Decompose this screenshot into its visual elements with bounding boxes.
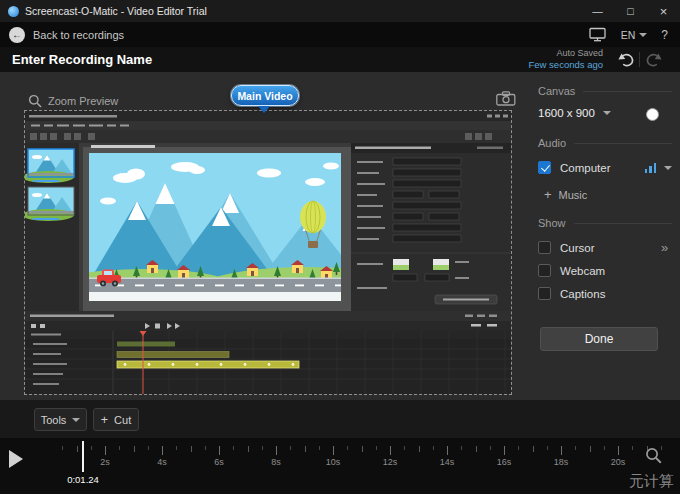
panel-expand-chevrons-icon[interactable]: » [661, 240, 667, 255]
tools-label: Tools [41, 414, 67, 426]
timeline-tick [290, 446, 291, 450]
timeline-tick [419, 446, 420, 452]
timeline-tick [148, 446, 149, 450]
timeline-tick [262, 446, 263, 450]
timeline-tick-label: 6s [214, 457, 224, 467]
computer-label: Computer [560, 162, 611, 174]
undo-button[interactable] [613, 52, 639, 67]
timeline-tick [518, 446, 519, 450]
timeline-ruler[interactable]: 2s4s6s8s10s12s14s16s18s20s [0, 438, 680, 494]
timeline-tick [476, 446, 477, 452]
chevron-down-icon [603, 111, 611, 115]
navigation-bar: ← Back to recordings EN ? [0, 22, 680, 47]
zoom-preview-button[interactable]: Zoom Preview [28, 94, 118, 108]
add-music-button[interactable]: + Music [544, 187, 587, 202]
redo-button[interactable] [640, 52, 666, 67]
watermark: 元计算 [629, 472, 674, 491]
autosave-time: Few seconds ago [529, 59, 603, 70]
chevron-down-icon[interactable] [664, 166, 672, 170]
magnifier-icon [28, 94, 42, 108]
window-title: Screencast-O-Matic - Video Editor Trial [25, 5, 207, 17]
language-selector[interactable]: EN [621, 29, 648, 41]
section-rule [574, 223, 672, 224]
canvas-size-value: 1600 x 900 [538, 107, 595, 119]
window-controls: — □ × [581, 0, 680, 22]
callout-pointer [258, 106, 270, 119]
show-cursor-row[interactable]: Cursor [538, 241, 595, 254]
computer-checkbox[interactable] [538, 161, 551, 174]
timeline-tick [134, 446, 135, 452]
chevron-down-icon [72, 418, 80, 422]
maximize-button[interactable]: □ [614, 0, 647, 22]
timeline-tick [162, 446, 163, 455]
timeline-tick [376, 446, 377, 450]
timeline-tick [547, 446, 548, 450]
main-video-label: Main Video [237, 90, 292, 102]
timeline-zoom-icon[interactable] [645, 447, 662, 464]
share-screen-icon[interactable] [589, 27, 607, 42]
timeline-tick [233, 446, 234, 450]
timeline-tick [333, 446, 334, 455]
timeline-tick-label: 4s [157, 457, 167, 467]
chevron-down-icon [639, 33, 647, 37]
timeline-tick [504, 446, 505, 455]
timeline-tick [404, 446, 405, 450]
captions-checkbox[interactable] [538, 287, 551, 300]
audio-computer-row[interactable]: Computer [538, 161, 672, 174]
tools-menu-button[interactable]: Tools [34, 408, 87, 431]
camera-icon[interactable] [496, 91, 516, 106]
timeline-tick-label: 2s [100, 457, 110, 467]
nav-right-group: EN ? [589, 27, 668, 42]
plus-icon: + [101, 413, 108, 427]
timeline-tick [490, 446, 491, 450]
show-captions-row[interactable]: Captions [538, 287, 605, 300]
canvas-size-dropdown[interactable]: 1600 x 900 [538, 107, 611, 119]
cursor-label: Cursor [560, 242, 595, 254]
close-button[interactable]: × [647, 0, 680, 22]
app-logo-icon [8, 6, 19, 17]
timeline[interactable]: 2s4s6s8s10s12s14s16s18s20s 0:01.24 [0, 438, 680, 494]
timeline-tick [590, 446, 591, 452]
timeline-tick [305, 446, 306, 452]
language-label: EN [621, 29, 636, 41]
autosave-label: Auto Saved [529, 48, 603, 59]
main-video-callout: Main Video [231, 85, 299, 106]
section-rule [574, 143, 672, 144]
timeline-tick [347, 446, 348, 450]
playhead-time: 0:01.24 [67, 474, 99, 485]
back-button[interactable]: ← Back to recordings [9, 27, 124, 43]
canvas-section-heading: Canvas [538, 85, 672, 97]
done-button[interactable]: Done [540, 327, 658, 351]
timeline-tick [433, 446, 434, 450]
window-titlebar: Screencast-O-Matic - Video Editor Trial … [0, 0, 680, 22]
timeline-tick [618, 446, 619, 455]
video-preview[interactable] [24, 110, 512, 395]
timeline-tick [219, 446, 220, 455]
help-button[interactable]: ? [661, 28, 668, 42]
timeline-tick [561, 446, 562, 455]
captions-label: Captions [560, 288, 605, 300]
back-arrow-icon: ← [9, 27, 25, 43]
canvas-color-swatch[interactable] [646, 108, 659, 121]
webcam-checkbox[interactable] [538, 264, 551, 277]
webcam-label: Webcam [560, 265, 605, 277]
show-webcam-row[interactable]: Webcam [538, 264, 605, 277]
timeline-tick-label: 20s [611, 457, 626, 467]
editor-header: Enter Recording Name Auto Saved Few seco… [0, 47, 680, 72]
cursor-checkbox[interactable] [538, 241, 551, 254]
undo-icon [618, 52, 635, 67]
timeline-tick-label: 14s [440, 457, 455, 467]
plus-icon: + [544, 187, 552, 202]
timeline-tick [205, 446, 206, 450]
timeline-tick-label: 12s [383, 457, 398, 467]
timeline-tick [632, 446, 633, 450]
timeline-tick [191, 446, 192, 452]
timeline-tick [77, 446, 78, 452]
cut-label: Cut [114, 414, 131, 426]
timeline-tick [91, 446, 92, 450]
minimize-button[interactable]: — [581, 0, 614, 22]
volume-level-icon [645, 163, 657, 173]
cut-button[interactable]: + Cut [93, 408, 139, 431]
audio-heading-label: Audio [538, 137, 566, 149]
recording-name-input[interactable]: Enter Recording Name [12, 52, 152, 67]
